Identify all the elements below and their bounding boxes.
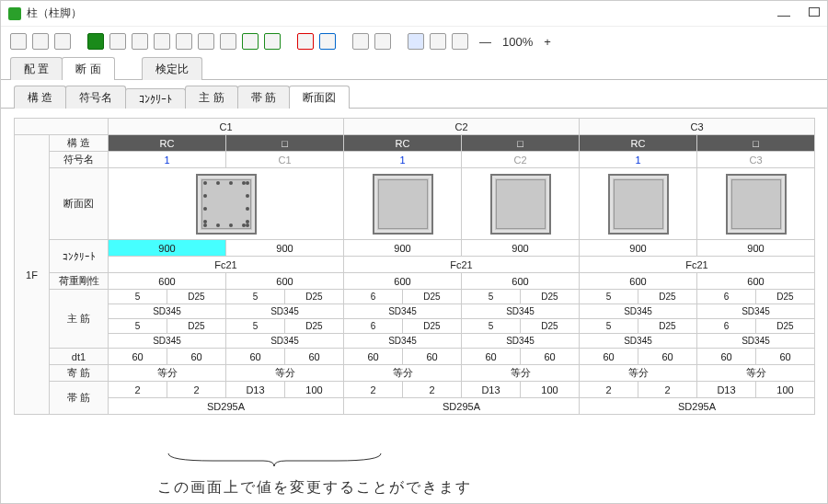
cell[interactable]: D25 xyxy=(756,319,815,334)
cell[interactable]: SD295A xyxy=(580,398,815,415)
subtab-shukin[interactable]: 主 筋 xyxy=(185,86,237,109)
cell[interactable]: D25 xyxy=(638,290,697,304)
cell[interactable]: 5 xyxy=(226,290,285,304)
cell[interactable]: SD345 xyxy=(697,304,815,319)
cell[interactable]: 60 xyxy=(521,349,580,365)
toolbar-icon[interactable] xyxy=(198,33,214,50)
cell[interactable]: D25 xyxy=(403,290,462,304)
cell[interactable]: 5 xyxy=(580,290,638,304)
cell[interactable]: C1 xyxy=(226,152,344,168)
cell[interactable]: 6 xyxy=(697,319,756,334)
section-table[interactable]: C1 C2 C3 構 造 1F 構 造 RC □ RC □ RC □ 符号名 1… xyxy=(14,118,815,415)
cell-sq[interactable]: □ xyxy=(697,135,815,152)
cell[interactable]: D13 xyxy=(697,382,756,398)
subtab-obikin[interactable]: 帯 筋 xyxy=(237,86,290,109)
cell[interactable]: D25 xyxy=(285,319,344,334)
cell[interactable]: SD345 xyxy=(344,304,462,319)
toolbar-icon[interactable] xyxy=(87,33,104,50)
toolbar-icon[interactable] xyxy=(319,33,336,50)
cell[interactable]: D25 xyxy=(521,319,580,334)
cell[interactable]: 900 xyxy=(462,240,580,257)
col-c3[interactable]: C3 xyxy=(580,119,815,135)
cell[interactable]: 60 xyxy=(226,349,285,365)
cell[interactable]: SD345 xyxy=(697,334,815,349)
cell[interactable]: C2 xyxy=(462,152,580,168)
cell[interactable]: 5 xyxy=(462,319,521,334)
subtab-kozo[interactable]: 構 造 xyxy=(14,86,66,109)
cell[interactable]: 5 xyxy=(109,290,167,304)
cell[interactable]: 60 xyxy=(167,349,226,365)
tab-haichi[interactable]: 配 置 xyxy=(10,57,63,80)
cell[interactable]: 60 xyxy=(638,349,697,365)
toolbar-icon[interactable] xyxy=(132,33,148,50)
cell[interactable]: 2 xyxy=(109,382,167,398)
cell-highlight[interactable]: 900 xyxy=(109,240,226,257)
cell[interactable]: 60 xyxy=(109,349,167,365)
zoom-minus[interactable]: — xyxy=(479,35,491,49)
cell[interactable]: SD295A xyxy=(109,398,344,415)
cell[interactable]: 100 xyxy=(521,382,580,398)
cell[interactable]: 2 xyxy=(580,382,638,398)
cell[interactable]: SD345 xyxy=(462,304,580,319)
cell[interactable]: SD345 xyxy=(109,334,226,349)
cell[interactable]: SD345 xyxy=(462,334,580,349)
cell[interactable]: 60 xyxy=(697,349,756,365)
cell[interactable]: 60 xyxy=(285,349,344,365)
toolbar-icon[interactable] xyxy=(154,33,170,50)
cell[interactable]: SD345 xyxy=(344,334,462,349)
cell[interactable]: D25 xyxy=(756,290,815,304)
col-c2[interactable]: C2 xyxy=(344,119,580,135)
cell[interactable]: D25 xyxy=(285,290,344,304)
cell[interactable]: C3 xyxy=(697,152,815,168)
toolbar-icon[interactable] xyxy=(54,33,71,50)
cell[interactable]: 100 xyxy=(285,382,344,398)
cell[interactable]: 2 xyxy=(403,382,462,398)
cell[interactable]: 5 xyxy=(580,319,638,334)
cell[interactable]: 900 xyxy=(580,240,697,257)
cell[interactable]: SD345 xyxy=(226,334,344,349)
cell[interactable]: SD345 xyxy=(580,304,697,319)
cell[interactable]: 等分 xyxy=(580,365,697,382)
cell[interactable]: SD345 xyxy=(226,304,344,319)
cell[interactable]: SD345 xyxy=(109,304,226,319)
grid-icon[interactable] xyxy=(430,33,446,50)
cell[interactable]: D13 xyxy=(226,382,285,398)
toolbar-icon[interactable] xyxy=(176,33,192,50)
cell-rc[interactable]: RC xyxy=(109,135,226,152)
cell[interactable]: D25 xyxy=(403,319,462,334)
cell[interactable]: 600 xyxy=(109,273,226,290)
cell[interactable]: 600 xyxy=(462,273,580,290)
cell[interactable]: 6 xyxy=(344,290,403,304)
cell[interactable]: 60 xyxy=(462,349,521,365)
cell[interactable]: 900 xyxy=(226,240,344,257)
tab-kenteihi[interactable]: 検定比 xyxy=(142,57,202,80)
cell[interactable]: 5 xyxy=(462,290,521,304)
cell[interactable]: D25 xyxy=(167,290,226,304)
cell[interactable]: 2 xyxy=(167,382,226,398)
cell[interactable]: 等分 xyxy=(462,365,580,382)
subtab-concrete[interactable]: ｺﾝｸﾘｰﾄ xyxy=(125,88,186,109)
cell[interactable]: 2 xyxy=(344,382,403,398)
cell[interactable]: SD295A xyxy=(344,398,580,415)
cell[interactable]: 1 xyxy=(580,152,697,168)
cell[interactable]: 6 xyxy=(344,319,403,334)
grid-icon[interactable] xyxy=(408,33,424,50)
cell[interactable]: 600 xyxy=(344,273,462,290)
toolbar-icon[interactable] xyxy=(297,33,314,50)
toolbar-icon[interactable] xyxy=(264,33,281,50)
toolbar-icon[interactable] xyxy=(242,33,259,50)
cell[interactable]: 600 xyxy=(226,273,344,290)
cell[interactable]: 60 xyxy=(344,349,403,365)
toolbar-icon[interactable] xyxy=(374,33,391,50)
cell[interactable]: SD345 xyxy=(580,334,697,349)
cell[interactable]: 等分 xyxy=(109,365,226,382)
cell-sq[interactable]: □ xyxy=(462,135,580,152)
cell[interactable]: 6 xyxy=(697,290,756,304)
cell[interactable]: 5 xyxy=(226,319,285,334)
cell[interactable]: 5 xyxy=(109,319,167,334)
tab-danmen[interactable]: 断 面 xyxy=(62,57,114,80)
grid-icon[interactable] xyxy=(452,33,468,50)
cell[interactable]: Fc21 xyxy=(580,257,815,273)
zoom-plus[interactable]: + xyxy=(544,35,551,49)
maximize-button[interactable] xyxy=(809,7,820,17)
